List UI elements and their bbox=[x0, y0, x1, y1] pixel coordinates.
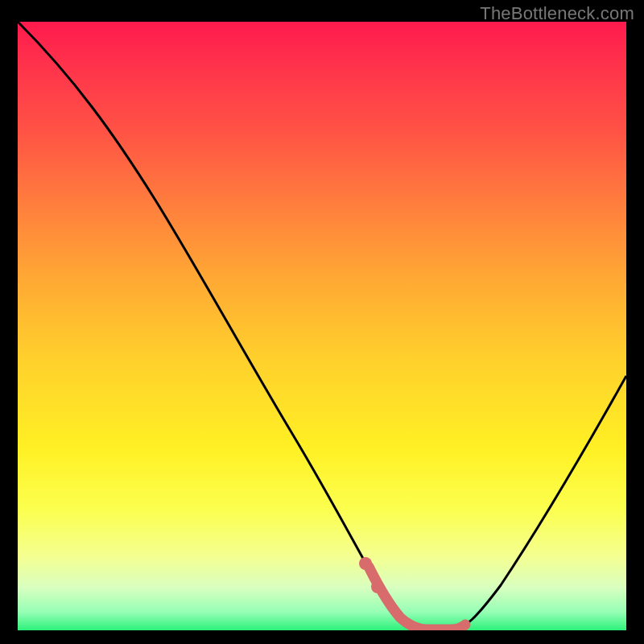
highlight-dot-1 bbox=[359, 557, 372, 570]
bottleneck-curve bbox=[18, 22, 626, 630]
plot-frame bbox=[18, 22, 626, 630]
plot-svg bbox=[18, 22, 626, 630]
highlight-dot-2 bbox=[371, 580, 384, 593]
highlight-segment bbox=[369, 567, 465, 630]
